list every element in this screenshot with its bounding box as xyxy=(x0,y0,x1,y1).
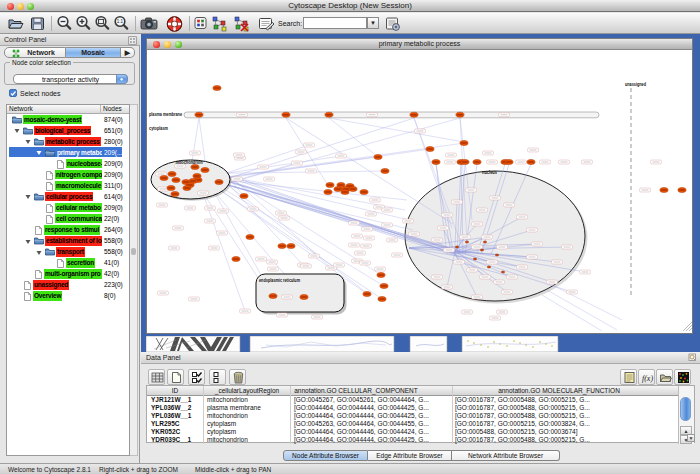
svg-text:endoplasmic reticulum: endoplasmic reticulum xyxy=(259,277,300,283)
svg-text:cytoplasm: cytoplasm xyxy=(149,125,168,131)
svg-text:nucleus: nucleus xyxy=(482,169,497,175)
svg-text:mitochondrion: mitochondrion xyxy=(176,159,203,165)
svg-text:1:1: 1:1 xyxy=(117,19,124,24)
svg-text:plasma membrane: plasma membrane xyxy=(149,111,182,117)
svg-text:f(x): f(x) xyxy=(641,374,652,383)
svg-text:unassigned: unassigned xyxy=(625,81,646,87)
